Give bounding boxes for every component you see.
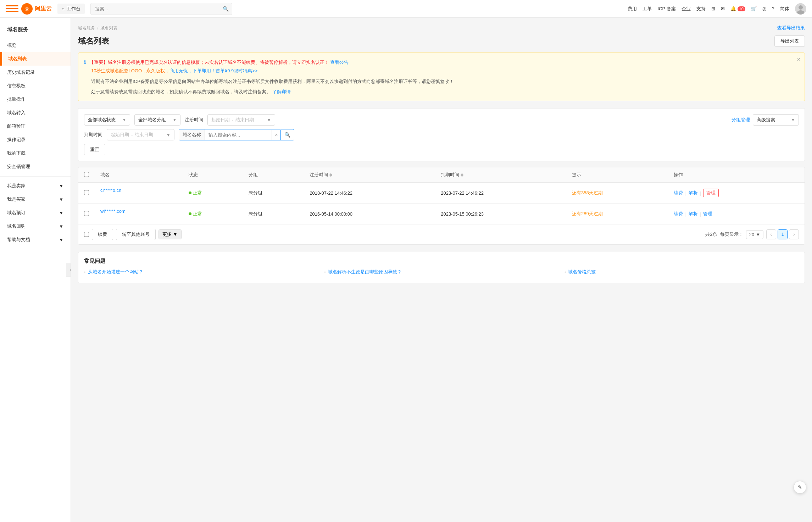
nav-search-input[interactable]	[90, 3, 232, 15]
chevron-down-icon: ▼	[59, 197, 63, 202]
th-group: 分组	[243, 167, 304, 183]
sidebar-group-buyer[interactable]: 我是买家 ▼	[0, 193, 71, 206]
nav-icp[interactable]: ICP 备案	[657, 6, 675, 12]
sidebar-item-label: 信息模板	[7, 83, 26, 89]
notice-important-link[interactable]: 查看公告	[330, 60, 349, 65]
nav-help-icon[interactable]: ?	[772, 6, 774, 11]
filter-search-button[interactable]: 🔍	[280, 130, 294, 140]
exp-date-range[interactable]: 起始日期 - 结束日期 ▼	[107, 129, 174, 140]
sidebar-group-help[interactable]: 帮助与文档 ▼	[0, 233, 71, 246]
sidebar-item-label: 安全锁管理	[7, 163, 30, 170]
export-list-button[interactable]: 导出列表	[774, 35, 805, 47]
nav-lang-switch[interactable]: 简体	[780, 6, 789, 12]
sidebar-item-overview[interactable]: 概览	[0, 39, 71, 52]
filter-clear-button[interactable]: ×	[272, 130, 280, 140]
nav-bell-icon[interactable]: 🔔10	[730, 6, 745, 11]
sidebar-item-transfer[interactable]: 域名转入	[0, 106, 71, 120]
row-2-renew-link[interactable]: 续费	[674, 211, 683, 217]
sidebar-item-security-lock[interactable]: 安全锁管理	[0, 160, 71, 173]
edit-icon: ✎	[798, 484, 802, 490]
notice-tip-link[interactable]: 了解详情	[272, 89, 291, 94]
hamburger-menu[interactable]	[6, 2, 18, 15]
export-result-link[interactable]: 查看导出结果	[777, 25, 805, 31]
row-1-dns-link[interactable]: 解析	[689, 190, 698, 196]
table-footer-left: 续费 转至其他账号 更多 ▼	[84, 229, 182, 240]
faq-item-1[interactable]: 从域名开始搭建一个网站？	[84, 269, 318, 275]
reg-date-range[interactable]: 起始日期 - 结束日期 ▼	[207, 114, 275, 126]
domain-name-input[interactable]	[205, 130, 272, 140]
sidebar-item-template[interactable]: 信息模板	[0, 79, 71, 93]
sidebar-item-email[interactable]: 邮箱验证	[0, 120, 71, 133]
breadcrumb-domain-service[interactable]: 域名服务	[78, 25, 95, 31]
row-1-renew-link[interactable]: 续费	[674, 190, 683, 196]
user-avatar[interactable]	[795, 3, 806, 15]
chevron-down-icon: ▼	[267, 117, 271, 123]
row-2-dns-link[interactable]: 解析	[689, 211, 698, 217]
row-2-manage-link[interactable]: 管理	[703, 211, 712, 217]
sidebar-item-batch[interactable]: 批量操作	[0, 93, 71, 106]
notice-tip-text: 处于急需续费或急需赎回状态的域名，如您确认不再续费或赎回域名，请及时注销备案。	[91, 89, 271, 94]
sidebar-group-label: 我是卖家	[7, 183, 26, 189]
chevron-down-icon: ▼	[756, 232, 760, 237]
table-select-all-checkbox[interactable]	[84, 172, 89, 177]
nav-fee[interactable]: 费用	[628, 6, 637, 12]
sidebar-group-buyback[interactable]: 域名回购 ▼	[0, 220, 71, 233]
page-header: 域名列表 导出列表	[78, 35, 805, 47]
batch-transfer-button[interactable]: 转至其他账号	[116, 229, 156, 240]
pagination-next-button[interactable]: ›	[789, 229, 799, 239]
row-1-domain-link[interactable]: cl*****o.cn	[100, 188, 121, 193]
workbench-btn[interactable]: ⌂ 工作台	[57, 4, 85, 14]
filter-bar: 全部域名状态 ▼ 全部域名分组 ▼ 注册时间 起始日期 - 结束日期 ▼ 分组管…	[78, 108, 805, 161]
sidebar-item-downloads[interactable]: 我的下载	[0, 146, 71, 160]
batch-more-button[interactable]: 更多 ▼	[158, 229, 182, 239]
row-2-checkbox[interactable]	[84, 211, 89, 216]
svg-text:云: 云	[25, 7, 29, 11]
sidebar-item-domain-list[interactable]: 域名列表	[0, 52, 71, 66]
sidebar-group-preorder[interactable]: 域名预订 ▼	[0, 206, 71, 220]
th-regtime[interactable]: 注册时间	[304, 167, 435, 183]
batch-renew-button[interactable]: 续费	[92, 229, 113, 240]
info-icon: ℹ	[84, 59, 86, 65]
row-1-checkbox[interactable]	[84, 190, 89, 195]
top-nav: 云 阿里云 ⌂ 工作台 🔍 费用 工单 ICP 备案 企业 支持 ⊞ ✉ 🔔10…	[0, 0, 812, 18]
sidebar-collapse-toggle[interactable]: ‹	[66, 263, 71, 277]
page-title: 域名列表	[78, 36, 109, 46]
nav-enterprise[interactable]: 企业	[682, 6, 691, 12]
notice-close-button[interactable]: ×	[797, 56, 800, 63]
pagination-page-1[interactable]: 1	[778, 229, 788, 239]
sidebar-group-seller[interactable]: 我是卖家 ▼	[0, 179, 71, 193]
breadcrumb-current: 域名列表	[100, 25, 117, 31]
row-2-regtime: 2016-05-14 00:00:00	[304, 204, 435, 224]
row-2-domain-link[interactable]: wi******.com	[100, 209, 126, 214]
page-size-value: 20	[749, 232, 754, 237]
page-size-select[interactable]: 20 ▼	[746, 230, 763, 239]
nav-gift-icon[interactable]: ◎	[762, 6, 766, 11]
notice-promo-line: 10秒生成域名配套LOGO，永久版权，商用无忧，下单即用！首单¥9.9限时特惠>…	[84, 67, 799, 75]
th-exptime[interactable]: 到期时间	[435, 167, 566, 183]
nav-cart-icon[interactable]: 🛒	[751, 6, 757, 11]
adv-search-select[interactable]: 高级搜索 ▼	[753, 114, 799, 126]
row-1-hint: 还有358天过期	[566, 183, 668, 204]
domain-group-select[interactable]: 全部域名分组 ▼	[134, 114, 180, 126]
pagination-prev-button[interactable]: ‹	[766, 229, 776, 239]
date-separator: -	[232, 117, 233, 123]
sidebar-item-history[interactable]: 历史域名记录	[0, 66, 71, 79]
table-row: wi******.com - 正常 未分组 2016-05-14 00:00:0…	[78, 204, 805, 224]
domain-status-select[interactable]: 全部域名状态 ▼	[84, 114, 130, 126]
filter-reset-button[interactable]: 重置	[84, 144, 105, 155]
nav-apps-icon[interactable]: ⊞	[711, 6, 715, 11]
sidebar-item-label: 域名列表	[8, 56, 27, 62]
faq-item-3[interactable]: 域名价格总览	[564, 269, 799, 275]
chevron-down-icon: ▼	[166, 132, 171, 138]
faq-item-2[interactable]: 域名解析不生效是由哪些原因导致？	[324, 269, 558, 275]
group-manage-link[interactable]: 分组管理	[732, 117, 750, 123]
nav-support[interactable]: 支持	[696, 6, 706, 12]
sidebar-item-label: 历史域名记录	[7, 69, 35, 76]
float-edit-button[interactable]: ✎	[794, 481, 806, 494]
sidebar-item-operations[interactable]: 操作记录	[0, 133, 71, 146]
footer-select-all-checkbox[interactable]	[84, 232, 89, 237]
row-1-manage-link[interactable]: 管理	[703, 189, 719, 197]
nav-ticket[interactable]: 工单	[643, 6, 652, 12]
row-1-group: 未分组	[243, 183, 304, 204]
nav-mail-icon[interactable]: ✉	[721, 6, 725, 11]
